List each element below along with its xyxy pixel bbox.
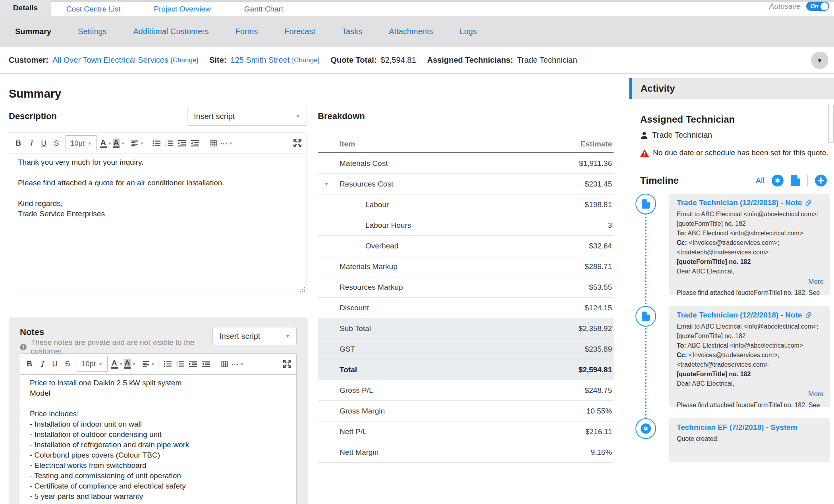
highlight-color-button[interactable]: A ▼ bbox=[113, 136, 125, 151]
insert-script-value: Insert script bbox=[219, 332, 260, 341]
highlight-color-button[interactable]: A ▼ bbox=[124, 356, 136, 371]
numbered-list-button[interactable]: 123 bbox=[174, 356, 186, 371]
notes-editor[interactable]: Price to install one Daikin 2.5 kW split… bbox=[20, 375, 297, 504]
font-size-select[interactable]: 10pt ▼ bbox=[77, 356, 108, 372]
numbered-list-button[interactable]: 123 bbox=[163, 136, 175, 151]
tab-tasks[interactable]: Tasks bbox=[342, 27, 362, 36]
row-label: Overhead bbox=[318, 242, 398, 250]
note-filter-icon[interactable] bbox=[791, 175, 800, 186]
dropdown-arrow-icon: ▼ bbox=[296, 114, 300, 119]
paperclip-icon bbox=[805, 311, 812, 319]
dropdown-arrow-icon: ▼ bbox=[286, 334, 290, 339]
change-customer-link[interactable]: [Change] bbox=[171, 56, 198, 64]
underline-button[interactable]: U bbox=[49, 356, 61, 371]
bullet-list-button[interactable] bbox=[151, 136, 162, 151]
ellipsis-icon: ⋯ bbox=[231, 360, 239, 369]
description-editor[interactable]: Thank you very much for your inquiry. Pl… bbox=[9, 154, 307, 294]
add-note-icon[interactable] bbox=[815, 175, 827, 187]
entry-title-text: Trade Technician (12/2/2018) - Note bbox=[677, 311, 802, 319]
card-line: [quoteFormTitle] no. 182 bbox=[677, 257, 824, 267]
row-label: Materials Markup bbox=[318, 262, 398, 271]
table-row: Total $2,594.81 bbox=[318, 360, 614, 380]
scrollbar-thumb[interactable] bbox=[828, 105, 834, 143]
table-header-row: Item Estimate bbox=[318, 136, 614, 153]
site-link[interactable]: 125 Smith Street bbox=[230, 56, 290, 65]
customer-link[interactable]: All Over Town Electrical Services bbox=[52, 56, 168, 65]
fullscreen-button[interactable] bbox=[292, 136, 303, 151]
text-color-button[interactable]: A ▼ bbox=[100, 136, 112, 151]
italic-button[interactable]: I bbox=[36, 356, 48, 371]
indent-button[interactable] bbox=[187, 356, 199, 371]
change-site-link[interactable]: [Change] bbox=[292, 56, 319, 64]
more-options-button[interactable]: ⋯ ▼ bbox=[231, 356, 244, 371]
timeline-entry-title[interactable]: Trade Technician (12/2/2018) - Note bbox=[677, 198, 824, 207]
collapse-arrow-icon[interactable]: ▼ bbox=[324, 181, 329, 187]
fullscreen-button[interactable] bbox=[281, 356, 293, 371]
underline-button[interactable]: U bbox=[38, 136, 50, 151]
indent-button[interactable] bbox=[176, 136, 188, 151]
row-label: Discount bbox=[318, 304, 369, 312]
notes-insert-script-select[interactable]: Insert script ▼ bbox=[212, 327, 297, 345]
tab-forms[interactable]: Forms bbox=[236, 27, 258, 36]
tab-additional-customers[interactable]: Additional Customers bbox=[133, 27, 208, 36]
dropdown-arrow-icon: ▼ bbox=[132, 362, 136, 366]
timeline-entry-title[interactable]: Technician EF (7/2/2018) - System bbox=[677, 423, 824, 432]
toolbar-separator bbox=[139, 358, 139, 370]
tab-forecast[interactable]: Forecast bbox=[284, 27, 315, 36]
card-line: <tradetech@tradeservices.com> bbox=[677, 360, 824, 369]
tab-logs[interactable]: Logs bbox=[459, 27, 477, 36]
tab-settings[interactable]: Settings bbox=[78, 27, 106, 36]
note-icon bbox=[642, 312, 650, 321]
row-value: $198.81 bbox=[585, 200, 614, 209]
tab-attachments[interactable]: Attachments bbox=[389, 27, 433, 36]
bullet-list-button[interactable] bbox=[162, 356, 174, 371]
more-options-button[interactable]: ⋯ ▼ bbox=[220, 136, 233, 151]
quote-total-value: $2,594.81 bbox=[381, 56, 416, 65]
timeline-entry-title[interactable]: Trade Technician (12/2/2018) - Note bbox=[677, 311, 824, 319]
collapse-header-button[interactable]: ▼ bbox=[811, 52, 828, 69]
more-link[interactable]: More bbox=[677, 277, 824, 287]
description-insert-script-select[interactable]: Insert script ▼ bbox=[187, 107, 307, 126]
dropdown-arrow-icon: ▼ bbox=[108, 141, 112, 146]
timeline-filter-all[interactable]: All bbox=[756, 176, 764, 185]
card-arrow bbox=[669, 200, 673, 208]
entry-title-text: Technician EF (7/2/2018) - System bbox=[677, 423, 797, 432]
outdent-button[interactable] bbox=[189, 136, 201, 151]
bold-button[interactable]: B bbox=[12, 136, 24, 151]
text-color-button[interactable]: A ▼ bbox=[111, 356, 123, 371]
system-filter-icon[interactable] bbox=[772, 175, 784, 187]
tab-details[interactable]: Details bbox=[0, 0, 51, 16]
bold-button[interactable]: B bbox=[23, 356, 35, 371]
italic-button[interactable]: I bbox=[25, 136, 37, 151]
outdent-button[interactable] bbox=[200, 356, 212, 371]
insert-table-button[interactable] bbox=[218, 356, 230, 371]
tab-cost-centre-list[interactable]: Cost Centre List bbox=[66, 5, 120, 13]
font-size-select[interactable]: 10pt ▼ bbox=[66, 135, 97, 151]
align-button[interactable]: ▼ bbox=[143, 356, 155, 371]
dropdown-arrow-icon: ▼ bbox=[240, 362, 244, 366]
table-row: Overhead $32.64 bbox=[318, 236, 614, 256]
tab-project-overview[interactable]: Project Overview bbox=[154, 5, 211, 13]
no-due-date-warning: No due date or schedule has been set for… bbox=[653, 148, 828, 157]
entry-title-text: Trade Technician (12/2/2018) - Note bbox=[677, 198, 802, 207]
paperclip-icon bbox=[805, 199, 812, 207]
row-label: Materials Cost bbox=[318, 159, 388, 168]
editor-line: - Testing and commissioning of unit oper… bbox=[30, 471, 287, 481]
insert-table-button[interactable] bbox=[207, 136, 219, 151]
table-row: Sub Total $2,358.92 bbox=[318, 318, 614, 339]
notes-privacy-text: These notes are private and are not visi… bbox=[31, 338, 212, 356]
align-button[interactable]: ▼ bbox=[131, 136, 144, 151]
toolbar-separator bbox=[128, 137, 128, 150]
tab-summary[interactable]: Summary bbox=[15, 27, 51, 36]
notes-heading: Notes bbox=[20, 327, 44, 337]
resize-grip-icon[interactable] bbox=[300, 287, 305, 292]
autosave-label: Autosave bbox=[769, 2, 801, 11]
strikethrough-button[interactable]: S bbox=[62, 356, 73, 371]
autosave-toggle[interactable]: On bbox=[806, 2, 829, 11]
timeline-card: Trade Technician (12/2/2018) - Note Emai… bbox=[669, 194, 830, 295]
description-editor-text[interactable]: Thank you very much for your inquiry. Pl… bbox=[9, 154, 307, 282]
tab-gantt-chart[interactable]: Gantt Chart bbox=[244, 5, 283, 13]
card-line-clipped: Please find attached [quoteFormTitle] no… bbox=[677, 400, 824, 407]
strikethrough-button[interactable]: S bbox=[50, 136, 62, 151]
more-link[interactable]: More bbox=[677, 389, 824, 399]
